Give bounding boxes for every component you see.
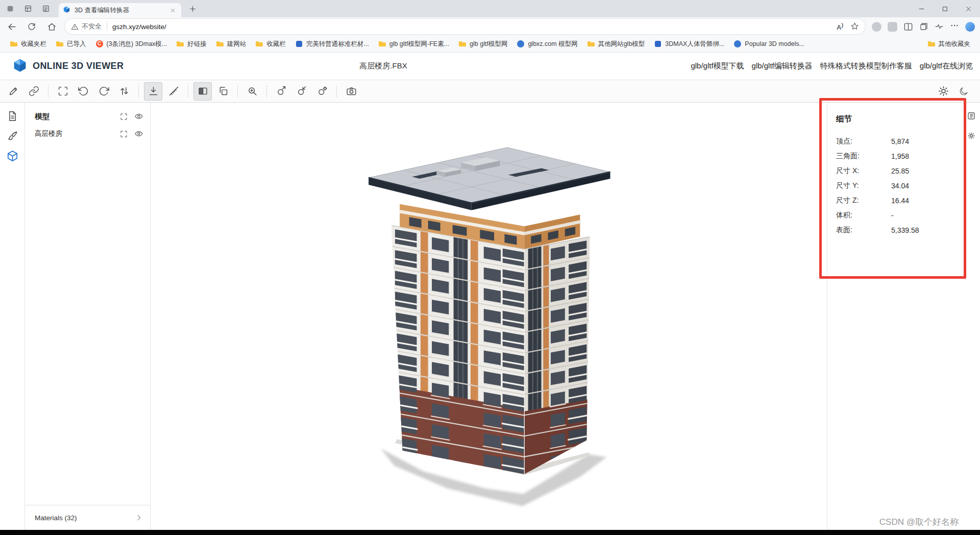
bookmark-label: 收藏栏 <box>266 40 286 48</box>
bookmark-item[interactable]: (3条消息) 3Dmax模... <box>91 38 172 50</box>
zoom-options-icon[interactable] <box>243 82 261 101</box>
maximize-button[interactable] <box>933 0 957 17</box>
bookmark-favicon-icon <box>458 40 467 48</box>
bookmark-item[interactable]: 3DMAX人体骨骼绑... <box>649 38 729 50</box>
tab-favicon <box>63 6 70 15</box>
light-theme-sun-icon[interactable] <box>934 82 952 101</box>
bookmark-item[interactable]: glb gltf模型网 <box>454 38 512 50</box>
open-edit-icon[interactable] <box>4 82 22 101</box>
bookmark-item[interactable]: 已导入 <box>51 38 91 50</box>
orbit-settings-icon[interactable] <box>313 82 331 101</box>
bookmark-item[interactable]: Popular 3D models... <box>729 38 809 50</box>
bookmark-favicon-icon <box>176 40 184 48</box>
materials-brush-icon[interactable] <box>6 129 19 143</box>
site-brand[interactable]: ONLINE 3D VIEWER <box>12 53 124 80</box>
bookmark-item[interactable]: 建网站 <box>211 38 251 50</box>
back-icon[interactable] <box>4 18 20 35</box>
copy-view-icon[interactable] <box>214 82 232 101</box>
nav-link-online-view[interactable]: glb/gltf在线浏览 <box>920 61 973 71</box>
rotate-left-icon[interactable] <box>74 82 92 101</box>
details-row: 三角面: 1,958 <box>836 149 955 163</box>
model-tree-panel: 模型 高层楼房 <box>26 103 151 530</box>
extension-icon[interactable] <box>872 22 881 32</box>
fit-to-window-icon[interactable] <box>119 112 128 121</box>
bookmarks-bar: 收藏夹栏 已导入 (3条消息) 3Dmax模... 好链接 建网站 收藏栏 完美… <box>0 36 980 53</box>
new-tab-button[interactable] <box>185 2 200 16</box>
open-url-link-icon[interactable] <box>24 82 43 101</box>
browser-essentials-icon[interactable] <box>935 22 944 31</box>
model-tree-cube-icon[interactable] <box>6 149 19 163</box>
nav-link-converter[interactable]: glb/gltf编辑转换器 <box>752 61 813 71</box>
viewer-toolbar <box>0 80 980 103</box>
bookmark-item[interactable]: 收藏夹栏 <box>5 38 51 50</box>
bookmark-item[interactable]: glbxz.com 模型网 <box>512 38 582 50</box>
model-file-icon[interactable] <box>6 109 19 123</box>
viewer-content: 模型 高层楼房 <box>0 103 980 530</box>
collections-icon[interactable] <box>919 22 928 31</box>
bookmark-favicon-icon <box>10 40 18 48</box>
split-screen-icon[interactable] <box>903 22 913 32</box>
other-favorites-button[interactable]: 其他收藏夹 <box>923 38 975 50</box>
details-row-label: 尺寸 X: <box>836 166 891 176</box>
details-panel-toggle-icon[interactable] <box>967 111 976 120</box>
extension-icon[interactable] <box>888 22 897 32</box>
home-icon[interactable] <box>43 18 60 35</box>
details-row: 尺寸 Z: 16.44 <box>836 193 955 208</box>
url-text[interactable]: gszh.xyz/website/ <box>112 23 837 31</box>
fit-to-window-icon[interactable] <box>119 130 128 138</box>
bookmark-item[interactable]: 收藏栏 <box>251 38 290 50</box>
bottom-black-bar <box>0 530 980 535</box>
fit-view-icon[interactable] <box>54 82 72 101</box>
nav-link-service[interactable]: 特殊格式转换模型制作客服 <box>820 61 912 71</box>
refresh-icon[interactable] <box>23 18 40 35</box>
copilot-sidebar-icon[interactable] <box>965 22 975 32</box>
materials-label: Materials (32) <box>35 514 135 522</box>
orbit-in-icon[interactable] <box>292 82 311 101</box>
tab-search-icon[interactable] <box>38 2 54 15</box>
browser-tab[interactable]: 3D 查看编辑转换器 <box>59 3 181 17</box>
viewport-3d[interactable] <box>151 103 827 530</box>
browser-navbar: 不安全 gszh.xyz/website/ A) <box>0 17 980 36</box>
measure-icon[interactable] <box>164 82 183 101</box>
bookmark-item[interactable]: glb gltf模型网-FE素... <box>374 38 454 50</box>
online-3d-viewer-page: ONLINE 3D VIEWER 高层楼房.FBX glb/gltf模型下载 g… <box>0 53 980 530</box>
dark-theme-moon-icon[interactable] <box>954 82 973 101</box>
bookmark-label: 已导入 <box>67 40 86 48</box>
workspace-avatar-icon[interactable] <box>3 2 18 15</box>
folder-icon <box>927 40 936 48</box>
favorite-star-icon[interactable] <box>850 22 859 31</box>
orbit-out-icon[interactable] <box>272 82 290 101</box>
minimize-button[interactable] <box>910 0 933 17</box>
details-row: 尺寸 Y: 34.04 <box>836 178 955 193</box>
bookmark-favicon-icon <box>95 40 104 48</box>
read-aloud-icon[interactable]: A) <box>837 22 843 31</box>
toolbar-separator <box>237 85 238 98</box>
toolbar-separator <box>138 85 139 98</box>
details-row: 体积: - <box>836 208 955 223</box>
bookmark-item[interactable]: 好链接 <box>172 38 211 50</box>
flip-vertical-icon[interactable] <box>115 82 133 101</box>
rotate-right-icon[interactable] <box>94 82 113 101</box>
address-bar[interactable]: 不安全 gszh.xyz/website/ A) <box>64 18 866 35</box>
visibility-eye-icon[interactable] <box>134 130 143 138</box>
bookmark-item[interactable]: 完美转普通标准栏材... <box>290 38 374 50</box>
visibility-eye-icon[interactable] <box>134 112 143 121</box>
tab-close-icon[interactable] <box>168 6 177 15</box>
details-row-label: 顶点: <box>836 137 891 146</box>
set-up-direction-icon[interactable] <box>144 82 162 101</box>
workspaces-icon[interactable] <box>20 2 36 15</box>
materials-toggle[interactable]: Materials (32) <box>26 505 150 530</box>
bookmark-label: glbxz.com 模型网 <box>528 40 577 48</box>
bookmark-item[interactable]: 其他网站glb模型 <box>582 38 650 50</box>
model-tree-item[interactable]: 高层楼房 <box>26 125 150 142</box>
nav-link-download[interactable]: glb/gltf模型下载 <box>691 61 744 71</box>
snapshot-camera-icon[interactable] <box>342 82 360 101</box>
side-view-icon[interactable] <box>193 82 212 101</box>
details-row-label: 三角面: <box>836 152 891 161</box>
tree-item-label: 高层楼房 <box>35 129 113 138</box>
close-button[interactable] <box>957 0 980 17</box>
settings-gear-icon[interactable] <box>967 131 976 140</box>
settings-more-icon[interactable] <box>950 21 959 32</box>
details-row: 表面: 5,339.58 <box>836 223 955 237</box>
bookmark-favicon-icon <box>56 40 64 48</box>
